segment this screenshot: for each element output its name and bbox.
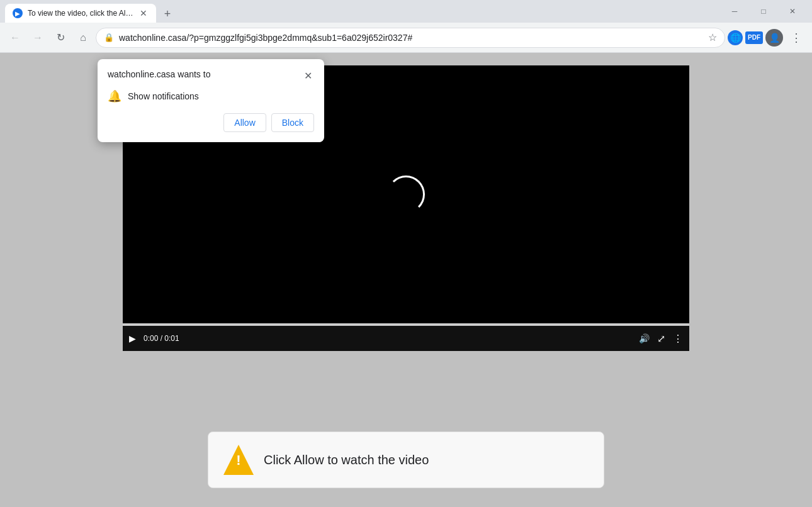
profile-icon[interactable]: 👤: [765, 29, 783, 47]
volume-button[interactable]: 🔊: [639, 333, 650, 343]
refresh-button[interactable]: ↻: [50, 28, 70, 48]
url-text: watchonline.casa/?p=gmzggzlfgi5gi3bpge2d…: [119, 33, 703, 43]
bell-icon: 🔔: [108, 89, 121, 103]
nav-right-icons: 🌐 PDF 👤 ⋮: [728, 28, 807, 47]
close-window-button[interactable]: ✕: [778, 1, 807, 21]
navigation-bar: ← → ↻ ⌂ 🔒 watchonline.casa/?p=gmzggzlfgi…: [0, 23, 812, 53]
tab-favicon: ▶: [13, 8, 23, 18]
new-tab-button[interactable]: +: [159, 5, 176, 23]
chrome-menu-button[interactable]: ⋮: [786, 28, 807, 47]
popup-close-button[interactable]: ✕: [302, 69, 314, 82]
home-button[interactable]: ⌂: [73, 28, 93, 48]
back-button[interactable]: ←: [5, 28, 25, 48]
tab-close-button[interactable]: ✕: [138, 8, 149, 18]
address-bar[interactable]: 🔒 watchonline.casa/?p=gmzggzlfgi5gi3bpge…: [96, 28, 725, 48]
time-display: 0:00 / 0:01: [144, 334, 179, 343]
play-button[interactable]: ▶: [129, 333, 136, 343]
fullscreen-button[interactable]: ⤢: [657, 333, 665, 345]
page-content: watchonline.casa wants to ✕ 🔔 Show notif…: [0, 53, 812, 507]
minimize-button[interactable]: ─: [720, 1, 749, 21]
lock-icon: 🔒: [104, 33, 114, 42]
active-tab[interactable]: ▶ To view the video, click the Allow ✕: [5, 4, 156, 23]
allow-button[interactable]: Allow: [223, 113, 266, 132]
block-button[interactable]: Block: [271, 113, 314, 132]
tab-title: To view the video, click the Allow: [28, 9, 133, 18]
permission-popup: watchonline.casa wants to ✕ 🔔 Show notif…: [98, 59, 324, 142]
warning-triangle-icon: [223, 445, 254, 475]
title-bar: ▶ To view the video, click the Allow ✕ +…: [0, 0, 812, 23]
popup-notification-row: 🔔 Show notifications: [108, 89, 314, 103]
popup-header: watchonline.casa wants to ✕: [108, 69, 314, 82]
allow-banner-text: Click Allow to watch the video: [264, 453, 429, 467]
progress-bar-container[interactable]: [123, 323, 689, 326]
tab-bar: ▶ To view the video, click the Allow ✕ +: [5, 0, 718, 23]
popup-title: watchonline.casa wants to: [108, 69, 210, 79]
notification-text: Show notifications: [128, 91, 199, 101]
window-controls: ─ □ ✕: [720, 1, 807, 21]
more-options-button[interactable]: ⋮: [673, 333, 683, 345]
maximize-button[interactable]: □: [749, 1, 778, 21]
pdf-extension-icon[interactable]: PDF: [745, 31, 763, 44]
allow-banner: Click Allow to watch the video: [208, 432, 604, 488]
globe-extension-icon[interactable]: 🌐: [728, 30, 743, 45]
popup-buttons: Allow Block: [108, 113, 314, 132]
loading-spinner: [387, 176, 425, 213]
video-controls-bar: ▶ 0:00 / 0:01 🔊 ⤢ ⋮: [123, 326, 689, 351]
forward-button[interactable]: →: [28, 28, 48, 48]
bookmark-star-icon[interactable]: ☆: [708, 31, 717, 43]
